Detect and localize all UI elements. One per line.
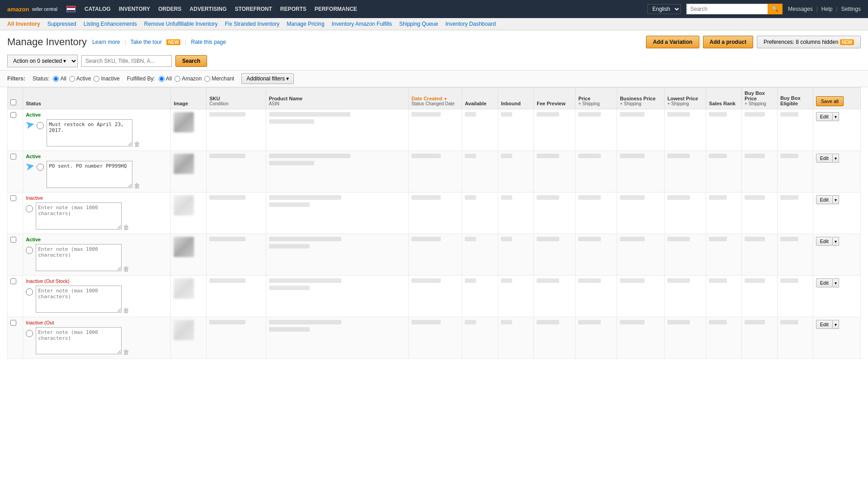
row1-note-textarea[interactable]: Must restock on April 23, 2017. — [47, 119, 132, 146]
status-inactive-label[interactable]: Inactive — [94, 75, 119, 82]
row2-note-textarea[interactable]: PO sent. PO number PP999HQ — [47, 161, 132, 188]
row1-fee-cell — [534, 109, 576, 151]
row6-delete-icon[interactable]: 🗑 — [123, 348, 129, 356]
page-title-area: Manage Inventory Learn more | Take the t… — [7, 36, 226, 48]
top-search-button[interactable]: 🔍 — [768, 4, 783, 14]
row5-edit-button[interactable]: Edit — [816, 278, 833, 287]
row2-date — [411, 154, 441, 158]
row6-note-radio[interactable] — [26, 330, 33, 337]
fulfilled-merchant-label[interactable]: Merchant — [204, 75, 234, 82]
row2-delete-icon[interactable]: 🗑 — [134, 182, 140, 189]
subnav-inventory-amazon[interactable]: Inventory Amazon Fulfills — [332, 21, 392, 27]
row4-note-textarea[interactable] — [36, 244, 122, 271]
row6-edit-button[interactable]: Edit — [816, 320, 833, 329]
row2-note-radio[interactable] — [37, 164, 44, 171]
fulfilled-radio-group: All Amazon Merchant — [159, 75, 234, 82]
select-all-checkbox[interactable] — [10, 99, 16, 105]
row1-checkbox[interactable] — [10, 112, 16, 118]
preferences-button[interactable]: Preferences: 8 columns hidden NEW — [757, 36, 861, 48]
nav-inventory[interactable]: INVENTORY — [119, 5, 150, 13]
fulfilled-amazon-radio[interactable] — [175, 76, 180, 82]
row5-edit-dropdown[interactable]: ▾ — [833, 278, 839, 287]
fulfilled-amazon-label[interactable]: Amazon — [175, 75, 202, 82]
language-select[interactable]: English — [647, 4, 681, 14]
rate-page-link[interactable]: Rate this page — [191, 39, 226, 45]
th-date[interactable]: Date Created ▼ Status Changed Date — [409, 88, 462, 109]
action-select[interactable]: Action on 0 selected ▾ — [7, 55, 78, 67]
row5-product-name — [269, 278, 341, 283]
row1-delete-icon[interactable]: 🗑 — [134, 141, 140, 148]
fulfilled-all-radio[interactable] — [159, 76, 165, 82]
status-active-radio[interactable] — [69, 76, 75, 82]
row2-edit-button[interactable]: Edit — [816, 154, 833, 163]
nav-orders[interactable]: ORDERS — [158, 5, 181, 13]
row2-product-image — [174, 154, 194, 174]
row3-note-radio[interactable] — [26, 205, 33, 212]
search-button[interactable]: Search — [175, 55, 207, 67]
row1-edit-dropdown[interactable]: ▾ — [833, 112, 839, 121]
subnav-suppressed[interactable]: Suppressed — [47, 21, 76, 27]
nav-reports[interactable]: REPORTS — [280, 5, 307, 13]
subnav-remove-unfulfillable[interactable]: Remove Unfulfillable Inventory — [144, 21, 218, 27]
row5-note-textarea[interactable] — [36, 286, 122, 313]
row3-note-wrapper: 🗑 — [26, 202, 168, 231]
messages-link[interactable]: Messages — [788, 6, 813, 12]
row2-edit-group: Edit ▾ — [816, 154, 858, 163]
row3-edit-dropdown[interactable]: ▾ — [833, 195, 839, 204]
row6-checkbox[interactable] — [10, 320, 16, 326]
row3-edit-button[interactable]: Edit — [816, 195, 833, 204]
row4-edit-button[interactable]: Edit — [816, 237, 833, 246]
add-product-button[interactable]: Add a product — [703, 36, 753, 48]
subnav-fix-stranded[interactable]: Fix Stranded Inventory — [225, 21, 280, 27]
subnav-manage-pricing[interactable]: Manage Pricing — [287, 21, 324, 27]
row4-checkbox[interactable] — [10, 237, 16, 243]
status-inactive-radio[interactable] — [94, 76, 99, 82]
nav-storefront[interactable]: STOREFRONT — [235, 5, 272, 13]
add-variation-button[interactable]: Add a Variation — [646, 36, 699, 48]
table-row: Inactive (Out 🗑 — [8, 317, 861, 359]
fulfilled-merchant-radio[interactable] — [204, 76, 210, 82]
subnav-shipping-queue[interactable]: Shipping Queue — [399, 21, 438, 27]
nav-performance[interactable]: PERFORMANCE — [315, 5, 357, 13]
status-active-label[interactable]: Active — [69, 75, 91, 82]
row4-asin — [269, 244, 310, 249]
row3-checkbox[interactable] — [10, 195, 16, 201]
status-all-radio[interactable] — [53, 76, 59, 82]
search-sku-input[interactable] — [81, 55, 172, 67]
help-link[interactable]: Help — [821, 6, 833, 12]
row5-note-radio[interactable] — [26, 288, 33, 296]
logo-sellercental: seller central — [32, 7, 57, 12]
subnav-all-inventory[interactable]: All Inventory — [7, 21, 40, 27]
row5-checkbox[interactable] — [10, 278, 16, 284]
nav-advertising[interactable]: ADVERTISING — [189, 5, 226, 13]
row3-note-textarea[interactable] — [36, 202, 122, 230]
row1-note-radio[interactable] — [37, 122, 44, 129]
save-all-button[interactable]: Save all — [816, 96, 844, 106]
row5-delete-icon[interactable]: 🗑 — [123, 307, 129, 314]
search-box: 🔍 — [686, 4, 783, 14]
settings-link[interactable]: Settings — [841, 6, 861, 12]
learn-more-link[interactable]: Learn more — [92, 39, 120, 45]
row4-product-name — [269, 237, 341, 241]
row3-price-cell — [576, 192, 617, 234]
row1-edit-button[interactable]: Edit — [816, 112, 833, 121]
take-tour-link[interactable]: Take the tour — [131, 39, 162, 45]
top-search-input[interactable] — [686, 4, 768, 14]
row5-available — [465, 278, 476, 283]
subnav-listing-enhancements[interactable]: Listing Enhancements — [84, 21, 137, 27]
row4-delete-icon[interactable]: 🗑 — [123, 265, 129, 272]
additional-filters-button[interactable]: Additional filters ▾ — [241, 73, 294, 84]
row4-note-radio[interactable] — [26, 247, 33, 254]
row3-delete-icon[interactable]: 🗑 — [123, 224, 129, 231]
row2-edit-dropdown[interactable]: ▾ — [833, 154, 839, 163]
row5-asin — [269, 286, 310, 290]
row3-inbound — [501, 195, 512, 200]
subnav-inventory-dashboard[interactable]: Inventory Dashboard — [445, 21, 495, 27]
row6-note-textarea[interactable] — [36, 327, 122, 354]
nav-catalog[interactable]: CATALOG — [85, 5, 111, 13]
status-all-label[interactable]: All — [53, 75, 66, 82]
fulfilled-all-label[interactable]: All — [159, 75, 172, 82]
row2-checkbox[interactable] — [10, 154, 16, 160]
row6-edit-dropdown[interactable]: ▾ — [833, 320, 839, 329]
row4-edit-dropdown[interactable]: ▾ — [833, 237, 839, 246]
